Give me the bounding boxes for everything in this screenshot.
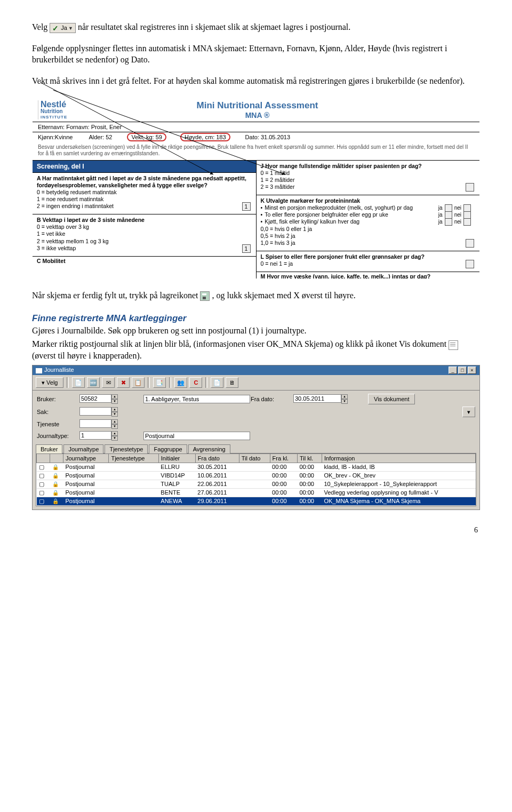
toolbar-icon[interactable]: ✖ — [117, 377, 130, 388]
toolbar-icon[interactable]: 📄 — [211, 377, 223, 388]
k3-ja-box[interactable] — [445, 218, 452, 226]
cell-initialer: ELLRU — [158, 463, 195, 471]
col-journaltype[interactable]: Journaltype — [63, 453, 109, 463]
col-lock[interactable] — [50, 453, 63, 463]
expand-icon[interactable]: ▢ — [37, 497, 50, 505]
toolbar-icon[interactable]: 📄 — [72, 377, 85, 388]
toolbar-icon[interactable]: C — [189, 377, 202, 388]
col-fradato[interactable]: Fra dato — [195, 453, 239, 463]
col-tilkl[interactable]: Til kl. — [297, 453, 322, 463]
toolbar-icon[interactable]: 👥 — [174, 377, 187, 388]
question-a: A Har matinntaket gått ned i løpet av de… — [33, 172, 256, 214]
answer-box-a[interactable]: 1 — [242, 202, 251, 211]
cell-informasjon: OK_brev - OK_brev — [322, 471, 475, 480]
vis-dokument-button[interactable]: Vis dokument — [368, 394, 415, 404]
table-row[interactable]: ▢🔒PostjournalELLRU30.05.201100:0000:00kl… — [37, 463, 476, 471]
toolbar-icon[interactable]: 🆕 — [87, 377, 100, 388]
col-initialer[interactable]: Initialer — [158, 453, 195, 463]
table-row[interactable]: ▢🔒PostjournalTUALP22.06.201100:0000:0010… — [37, 480, 476, 488]
cell-fradato: 27.06.2011 — [195, 488, 239, 497]
tabs: Bruker Journaltype Tjenestetype Faggrupp… — [33, 444, 479, 453]
question-l: L Spiser to eller flere porsjoner frukt … — [257, 251, 480, 272]
cell-informasjon: 10_Sykepleierapport - 10_Sykepleierappor… — [322, 480, 475, 488]
chevron-down-icon: ▼ — [68, 25, 73, 31]
bruker-id-input[interactable]: ▲▼ — [79, 394, 143, 404]
expand-icon[interactable]: ▢ — [37, 463, 50, 471]
check-icon: ✓ — [52, 26, 59, 31]
tab-journaltype[interactable]: Journaltype — [63, 444, 103, 453]
expand-icon[interactable]: ▢ — [37, 480, 50, 488]
mna-description: Besvar undersøkelsen (screeningen) ved å… — [33, 142, 479, 160]
col-frakl[interactable]: Fra kl. — [270, 453, 297, 463]
cell-fradato: 10.06.2011 — [195, 471, 239, 480]
answer-box-l[interactable] — [466, 260, 474, 268]
fradato-input[interactable]: ▲▼ — [293, 394, 368, 404]
mna-info-row: Kjønn:Kvinne Alder: 52 Vekt, kg: 59 Høyd… — [33, 132, 479, 142]
tjeneste-input[interactable]: ▲▼ — [79, 419, 143, 429]
close-icon: × — [468, 367, 476, 374]
tab-faggruppe[interactable]: Faggruppe — [149, 444, 187, 453]
ja-dropdown-button[interactable]: ✓Ja▼ — [50, 23, 76, 33]
window-buttons[interactable]: _□× — [447, 367, 476, 374]
cell-initialer: BENTE — [158, 488, 195, 497]
heading-finne: Finne registrerte MNA kartlegginger — [32, 313, 480, 324]
table-row[interactable]: ▢🔒PostjournalBENTE27.06.201100:0000:00Ve… — [37, 488, 476, 497]
cell-journaltype: Postjournal — [63, 471, 109, 480]
vis-dokument-icon[interactable]: 🗎 — [226, 377, 238, 388]
k2-nei-box[interactable] — [463, 211, 471, 219]
cell-tildato — [239, 463, 270, 471]
lock-icon: 🔒 — [50, 480, 63, 488]
tab-bruker[interactable]: Bruker — [36, 444, 62, 453]
cell-tjenestetype — [109, 463, 158, 471]
cell-tildato — [239, 480, 270, 488]
save-icon[interactable] — [200, 291, 210, 301]
cell-tilkl: 00:00 — [297, 488, 322, 497]
k1-ja-box[interactable] — [445, 204, 452, 212]
journaltype-name-input[interactable] — [143, 432, 250, 440]
cell-initialer: VIBD14P — [158, 471, 195, 480]
document-icon[interactable] — [449, 340, 458, 350]
k1-nei-box[interactable] — [463, 204, 471, 212]
mna-name-row: Etternavn: Fornavn: Prosit, Ener — [33, 122, 479, 132]
mna-kjonn: Kjønn:Kvinne — [38, 134, 73, 140]
expand-icon[interactable]: ▢ — [37, 471, 50, 480]
cell-tilkl: 00:00 — [297, 471, 322, 480]
toolbar-icon[interactable]: ✉ — [102, 377, 115, 388]
k3-nei-box[interactable] — [463, 218, 471, 226]
sak-input[interactable]: ▲▼ — [79, 407, 143, 417]
cell-tildato — [239, 471, 270, 480]
toolbar-icon[interactable]: 📑 — [153, 377, 166, 388]
mna-form-screenshot: Nestlé Nutrition INSTITUTE Mini Nutritio… — [32, 97, 480, 280]
cell-journaltype: Postjournal — [63, 488, 109, 497]
cell-tjenestetype — [109, 488, 158, 497]
bruker-name-input[interactable] — [143, 395, 250, 403]
intro-paragraph-1: Velg ✓Ja▼ når resultatet skal registrere… — [32, 21, 480, 33]
tab-avgrensning[interactable]: Avgrensning — [188, 444, 230, 453]
lock-icon: 🔒 — [50, 463, 63, 471]
cell-initialer: ANEWA — [158, 497, 195, 505]
dropdown-icon[interactable]: ▾ — [462, 407, 475, 417]
table-row[interactable]: ▢🔒PostjournalANEWA29.06.201100:0000:00OK… — [37, 497, 476, 505]
cell-journaltype: Postjournal — [63, 480, 109, 488]
journaltype-num-input[interactable]: ▲▼ — [79, 431, 143, 441]
velg-button[interactable]: ▾ Velg — [36, 377, 63, 388]
answer-box-b[interactable]: 1 — [242, 244, 251, 253]
col-informasjon[interactable]: Informasjon — [322, 453, 475, 463]
cell-journaltype: Postjournal — [63, 497, 109, 505]
cell-tilkl: 00:00 — [297, 497, 322, 505]
col-tjenestetype[interactable]: Tjenestetype — [109, 453, 158, 463]
cell-tjenestetype — [109, 480, 158, 488]
col-tildato[interactable]: Til dato — [239, 453, 270, 463]
table-row[interactable]: ▢🔒PostjournalVIBD14P10.06.201100:0000:00… — [37, 471, 476, 480]
maximize-icon: □ — [458, 367, 467, 374]
tab-tjenestetype[interactable]: Tjenestetype — [105, 444, 148, 453]
cell-frakl: 00:00 — [270, 480, 297, 488]
k2-ja-box[interactable] — [445, 211, 452, 219]
mna-hoyde-highlight: Høyde, cm: 183 — [180, 133, 230, 141]
answer-box-j[interactable] — [466, 183, 474, 192]
expand-icon[interactable]: ▢ — [37, 488, 50, 497]
col-expand[interactable] — [37, 453, 50, 463]
toolbar-icon[interactable]: 📋 — [132, 377, 145, 388]
answer-box-k[interactable] — [466, 239, 474, 248]
cell-tildato — [239, 488, 270, 497]
